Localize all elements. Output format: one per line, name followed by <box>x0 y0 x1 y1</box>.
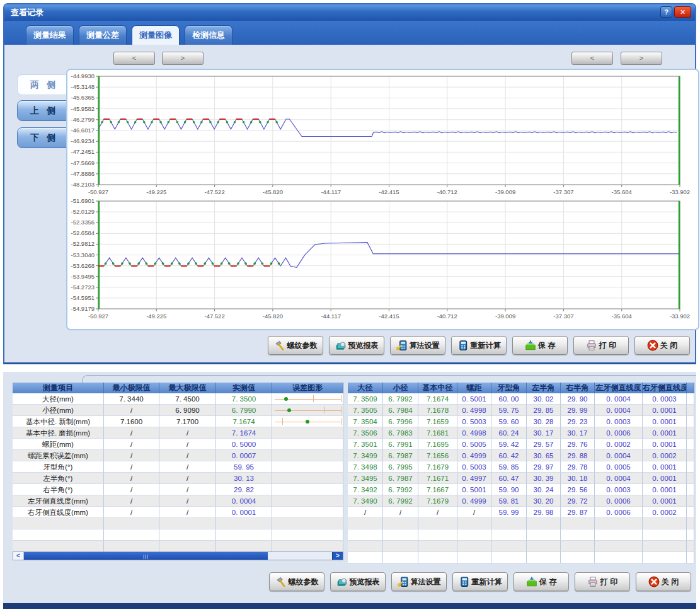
measured-value-dot <box>284 397 288 401</box>
horizontal-scrollbar[interactable]: < ||| > <box>13 551 343 560</box>
table-row[interactable]: 7. 34986. 79957.16790. 500359. 8529. 972… <box>348 461 694 473</box>
print-button[interactable]: 打 印 <box>573 336 629 355</box>
table-row[interactable]: 7. 35056. 79847.16780. 499859. 7529. 852… <box>348 405 694 416</box>
title-bar[interactable]: 查看记录 ? ✕ <box>4 4 695 21</box>
svg-text:-46.9234: -46.9234 <box>71 137 95 144</box>
column-header: 误差图形 <box>272 383 343 393</box>
svg-text:-52.9812: -52.9812 <box>71 240 95 247</box>
save-icon <box>525 340 536 351</box>
button-label: 重新计算 <box>472 577 502 587</box>
table-row[interactable]: 7. 34956. 79877.16710. 499760. 4730. 393… <box>348 473 694 484</box>
results-panel: 测量项目最小极限值最大极限值实测值误差图形大径(mm)7. 34407. 450… <box>3 372 696 603</box>
recalculate-button[interactable]: 重新计算 <box>451 336 507 355</box>
table-row[interactable]: 左半角(°)//30. 13 <box>13 473 343 484</box>
action-row-bottom: 螺纹参数预览报表算法设置重新计算保 存打 印关 闭 <box>269 572 691 591</box>
svg-text:-51.6901: -51.6901 <box>71 197 95 204</box>
scrollbar-left-arrow-icon[interactable]: < <box>13 552 24 560</box>
scroll-right-button-right-pair[interactable]: > <box>621 52 662 65</box>
window-close-button[interactable]: ✕ <box>674 6 691 18</box>
algorithm-settings-button[interactable]: 算法设置 <box>391 572 447 591</box>
scroll-right-button-left-pair[interactable]: > <box>162 52 204 65</box>
empty-row <box>348 529 694 541</box>
side-button-upper[interactable]: 上 侧 <box>17 100 71 121</box>
algorithm-settings-icon <box>398 576 409 587</box>
save-icon <box>526 576 537 587</box>
save-button[interactable]: 保 存 <box>512 336 568 355</box>
table-row[interactable]: 小径(mm)/6. 90906. 7990 <box>13 405 343 416</box>
table-row[interactable]: 右半角(°)//29. 82 <box>13 484 343 495</box>
lower-profile-chart: -50.927-49.225-47.522-45.820-44.117-42.4… <box>67 196 700 330</box>
scroll-left-button-left-pair[interactable]: < <box>113 52 155 65</box>
preview-report-button[interactable]: 预览报表 <box>330 572 386 591</box>
column-header: 右牙侧直线度 <box>643 383 687 393</box>
close-red-icon <box>648 576 660 587</box>
report-preview-icon <box>336 576 348 587</box>
button-label: 算法设置 <box>411 577 441 587</box>
svg-text:-47.5669: -47.5669 <box>71 159 95 166</box>
table-row[interactable]: 右牙侧直线度(mm)//0. 0001 <box>13 507 343 518</box>
thread-params-button[interactable]: 螺纹参数 <box>269 572 324 591</box>
measured-value-dot <box>306 420 309 424</box>
column-header: 牙型角 <box>491 383 527 393</box>
scrollbar-track[interactable] <box>268 552 332 560</box>
table-row[interactable]: 7. 35096. 79927.16740. 500160. 0030. 022… <box>348 393 694 405</box>
table-row[interactable]: 7. 34906. 79927.16790. 499959. 8130. 202… <box>348 495 694 507</box>
thread-params-button[interactable]: 螺纹参数 <box>268 336 323 355</box>
column-header <box>687 383 694 393</box>
table-row[interactable]: ////59. 9929. 9829. 870. 00060. 0002 <box>348 507 694 518</box>
table-row[interactable]: 7. 34996. 79877.16560. 499960. 4230. 652… <box>348 450 694 461</box>
svg-text:-33.902: -33.902 <box>670 188 690 195</box>
tab-measure-image[interactable]: 测量图像 <box>132 25 180 45</box>
scroll-left-button-right-pair[interactable]: < <box>571 52 613 65</box>
close-button[interactable]: 关 闭 <box>634 336 690 355</box>
report-preview-icon <box>335 340 347 351</box>
column-header: 左半角 <box>527 383 561 393</box>
svg-text:-49.225: -49.225 <box>146 188 166 195</box>
scrollbar-right-arrow-icon[interactable]: > <box>332 552 343 560</box>
svg-text:-42.415: -42.415 <box>379 188 399 195</box>
table-row[interactable]: 左牙侧直线度(mm)//0. 0004 <box>13 495 343 507</box>
column-header: 右半角 <box>561 383 595 393</box>
empty-row <box>13 541 343 552</box>
save-button[interactable]: 保 存 <box>514 572 569 591</box>
side-button-both[interactable]: 两 侧 <box>17 74 71 95</box>
table-row[interactable]: 7. 35046. 79967.16590. 500359. 6030. 282… <box>348 416 694 427</box>
scrollbar-thumb[interactable]: ||| <box>24 552 268 560</box>
table-row[interactable]: 7. 34926. 79927.16670. 500159. 9030. 242… <box>348 484 694 495</box>
table-row[interactable]: 基本中径. 磨损(mm)//7. 1674 <box>13 427 343 439</box>
column-header: 最小极限值 <box>104 383 159 393</box>
hammer-icon <box>274 340 285 351</box>
tab-measure-result[interactable]: 测量结果 <box>26 25 74 45</box>
measured-value-dot <box>287 408 291 412</box>
svg-text:-45.6365: -45.6365 <box>71 94 95 101</box>
table-row[interactable]: 牙型角(°)//59. 95 <box>13 461 343 473</box>
preview-report-button[interactable]: 预览报表 <box>329 336 384 355</box>
algorithm-settings-icon <box>396 340 408 351</box>
tab-measure-tolerance[interactable]: 测量公差 <box>79 25 127 45</box>
per-thread-table: 大径小径基本中径螺距牙型角左半角右半角左牙侧直线度右牙侧直线度7. 35096.… <box>348 383 694 563</box>
print-icon <box>586 340 597 351</box>
recalculate-button[interactable]: 重新计算 <box>452 572 508 591</box>
button-label: 关 闭 <box>660 340 677 351</box>
help-button[interactable]: ? <box>660 6 672 18</box>
algorithm-settings-button[interactable]: 算法设置 <box>390 336 445 355</box>
close-button[interactable]: 关 闭 <box>636 572 691 591</box>
print-button[interactable]: 打 印 <box>575 572 630 591</box>
empty-row <box>13 518 343 529</box>
chart-panel: -50.927-49.225-47.522-45.820-44.117-42.4… <box>66 69 699 330</box>
tab-inspect-info[interactable]: 检测信息 <box>185 25 232 45</box>
table-row[interactable]: 7. 35066. 79837.16810. 499860. 2430. 173… <box>348 427 694 439</box>
table-row[interactable]: 螺距累积误差(mm)//0. 0007 <box>13 450 343 461</box>
svg-text:-50.927: -50.927 <box>88 188 108 195</box>
error-graph <box>272 405 343 415</box>
table-row[interactable]: 大径(mm)7. 34407. 45007. 3500 <box>13 393 343 405</box>
table-row[interactable]: 7. 35016. 79917.16950. 500559. 4229. 572… <box>348 439 694 450</box>
button-label: 预览报表 <box>350 577 380 587</box>
table-row[interactable]: 基本中径. 新制(mm)7.16007.17007.1674 <box>13 416 343 427</box>
side-button-lower[interactable]: 下 侧 <box>17 127 71 148</box>
column-header: 左牙侧直线度 <box>595 383 643 393</box>
table-row[interactable]: 螺距(mm)//0. 5000 <box>13 439 343 450</box>
svg-text:-50.927: -50.927 <box>88 313 108 320</box>
svg-text:-47.8886: -47.8886 <box>71 170 95 177</box>
svg-text:-53.6268: -53.6268 <box>71 262 95 269</box>
